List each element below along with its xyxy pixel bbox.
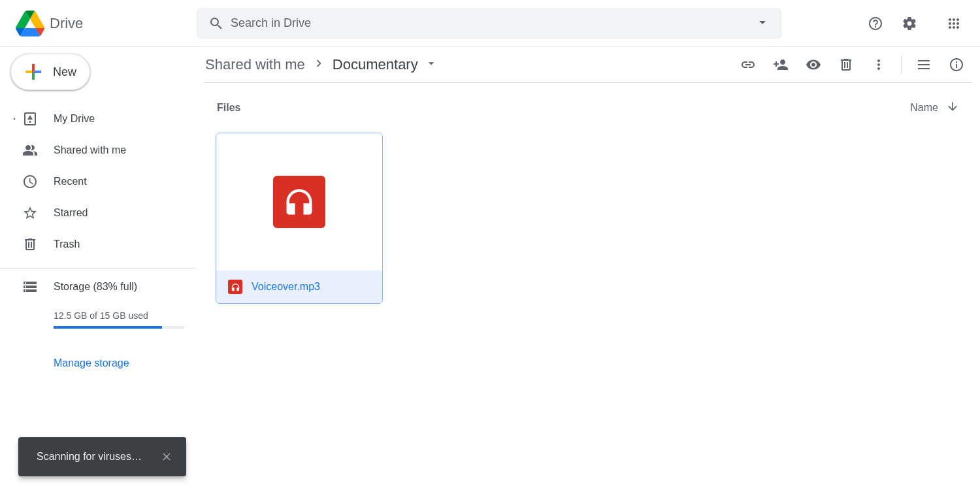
star-icon — [22, 205, 38, 221]
support-button[interactable] — [860, 8, 891, 39]
sidebar-item-recent[interactable]: Recent — [0, 166, 188, 197]
sidebar-item-shared-with-me[interactable]: Shared with me — [0, 135, 188, 166]
sort-label: Name — [910, 102, 938, 114]
new-button[interactable]: New — [10, 54, 90, 90]
remove-button[interactable] — [830, 49, 862, 80]
storage-fill — [54, 326, 162, 329]
storage-icon — [22, 279, 38, 295]
sidebar-item-label: Recent — [54, 176, 87, 188]
sidebar-item-trash[interactable]: Trash — [0, 229, 188, 260]
list-icon — [916, 57, 932, 73]
breadcrumb-parent[interactable]: Shared with me — [204, 54, 306, 76]
plus-icon — [22, 60, 45, 84]
preview-button[interactable] — [798, 49, 829, 80]
search-bar[interactable] — [197, 8, 782, 39]
sidebar: New My Drive Shared with me Recent Starr… — [0, 47, 196, 492]
divider — [204, 82, 972, 83]
help-icon — [868, 16, 883, 31]
header-actions — [860, 8, 970, 39]
toast-close-button[interactable] — [157, 448, 176, 466]
drive-logo-icon — [16, 9, 44, 38]
files-grid: Voiceover.mp3 — [204, 121, 972, 316]
divider — [901, 56, 902, 74]
breadcrumb-dropdown-icon[interactable] — [422, 54, 440, 75]
sidebar-item-label: Trash — [54, 238, 80, 250]
people-icon — [22, 142, 38, 158]
more-actions-button[interactable] — [863, 49, 894, 80]
list-view-button[interactable] — [908, 49, 939, 80]
content-area: Shared with me Documentary Files Name — [196, 47, 980, 492]
sidebar-item-label: Starred — [54, 207, 88, 219]
section-header: Files Name — [204, 90, 972, 121]
breadcrumb: Shared with me Documentary — [204, 54, 732, 76]
trash-icon — [22, 237, 38, 252]
my-drive-icon — [22, 111, 38, 127]
sidebar-item-my-drive[interactable]: My Drive — [0, 103, 188, 135]
file-card[interactable]: Voiceover.mp3 — [216, 133, 383, 304]
file-footer: Voiceover.mp3 — [216, 271, 382, 303]
chevron-right-icon — [309, 56, 329, 73]
storage-label: Storage (83% full) — [54, 281, 137, 293]
gear-icon — [902, 16, 917, 31]
breadcrumb-current[interactable]: Documentary — [331, 54, 419, 76]
sidebar-item-label: My Drive — [54, 113, 95, 125]
content-header: Shared with me Documentary — [204, 47, 972, 82]
sort-button[interactable]: Name — [910, 100, 959, 116]
link-icon — [740, 57, 756, 73]
file-name: Voiceover.mp3 — [252, 281, 320, 293]
new-button-label: New — [53, 65, 76, 79]
info-icon — [949, 57, 964, 73]
eye-icon — [806, 57, 821, 73]
manage-storage-link[interactable]: Manage storage — [54, 357, 129, 369]
search-input[interactable] — [231, 16, 748, 30]
storage-header[interactable]: Storage (83% full) — [22, 279, 180, 295]
storage-section: Storage (83% full) 12.5 GB of 15 GB used… — [0, 274, 196, 369]
main-layout: New My Drive Shared with me Recent Starr… — [0, 47, 980, 492]
clock-icon — [22, 174, 38, 189]
get-link-button[interactable] — [732, 49, 764, 80]
audio-file-icon — [273, 176, 325, 228]
audio-file-icon — [228, 280, 242, 294]
logo-section[interactable]: Drive — [10, 9, 197, 38]
brand-name: Drive — [50, 15, 83, 32]
google-apps-button[interactable] — [938, 8, 970, 39]
toast-notification: Scanning for viruses… — [18, 437, 186, 476]
expand-chevron-icon[interactable] — [10, 115, 21, 123]
file-preview — [216, 133, 382, 271]
toast-message: Scanning for viruses… — [37, 451, 142, 463]
apps-grid-icon — [946, 16, 962, 31]
storage-used-text: 12.5 GB of 15 GB used — [54, 310, 180, 321]
sidebar-item-label: Shared with me — [54, 144, 126, 156]
section-title: Files — [217, 102, 240, 114]
divider — [0, 268, 196, 269]
settings-button[interactable] — [894, 8, 925, 39]
toolbar-actions — [732, 49, 972, 80]
search-options-dropdown-icon[interactable] — [748, 8, 777, 39]
close-icon — [160, 450, 173, 463]
search-icon[interactable] — [202, 9, 231, 38]
person-add-icon — [773, 57, 789, 73]
sidebar-item-starred[interactable]: Starred — [0, 197, 188, 229]
trash-icon — [838, 57, 854, 73]
header: Drive — [0, 0, 980, 47]
more-vert-icon — [871, 57, 887, 73]
storage-bar — [54, 326, 184, 329]
share-button[interactable] — [765, 49, 796, 80]
arrow-down-icon[interactable] — [946, 100, 959, 116]
view-details-button[interactable] — [941, 49, 972, 80]
